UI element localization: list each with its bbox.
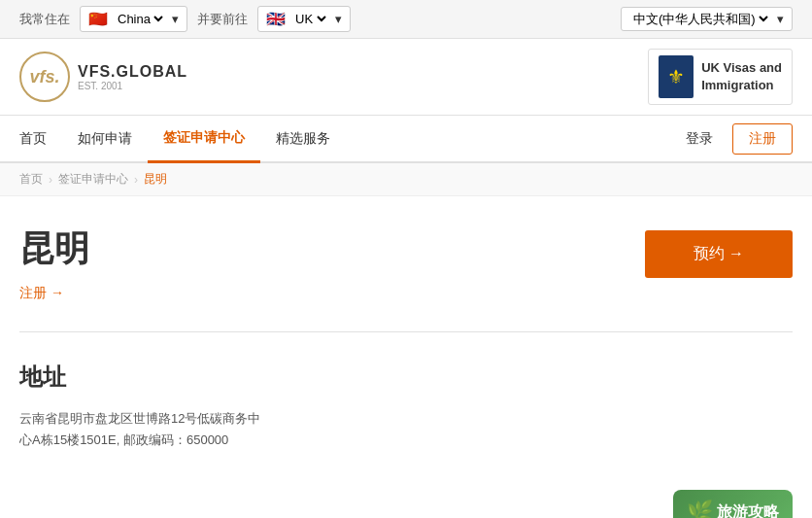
- address-section: 地址 云南省昆明市盘龙区世博路12号低碳商务中 心A栋15楼1501E, 邮政编…: [0, 352, 812, 480]
- country-from-select[interactable]: China: [114, 11, 166, 27]
- navigation: 首页 如何申请 签证申请中心 精选服务 登录 注册: [0, 116, 812, 163]
- logo-italic-text: vfs.: [29, 67, 59, 87]
- watermark-cn-text: 旅游攻略: [717, 502, 779, 518]
- logo-est: EST. 2001: [78, 81, 187, 91]
- content-left: 昆明 注册 →: [19, 225, 626, 302]
- city-title: 昆明: [19, 225, 626, 273]
- section-divider: [19, 331, 793, 332]
- logo-area[interactable]: vfs. VFS.GLOBAL EST. 2001: [19, 52, 187, 102]
- nav-item-featured-services[interactable]: 精选服务: [260, 117, 346, 161]
- breadcrumb-current-city: 昆明: [144, 171, 167, 188]
- chevron-down-icon: ▾: [172, 12, 179, 26]
- address-line1: 云南省昆明市盘龙区世博路12号低碳商务中: [19, 411, 260, 426]
- live-in-label: 我常住在: [19, 11, 70, 28]
- book-appointment-button[interactable]: 预约 →: [645, 230, 793, 278]
- flag-uk-icon: 🇬🇧: [266, 10, 286, 28]
- watermark: 🌿 旅游攻略 www.1681989.cn: [673, 490, 793, 518]
- top-bar-left: 我常住在 🇨🇳 China ▾ 并要前往 🇬🇧 UK ▾: [19, 6, 609, 32]
- nav-item-home[interactable]: 首页: [19, 117, 62, 161]
- logo-text-area: VFS.GLOBAL EST. 2001: [78, 63, 187, 91]
- nav-item-how-to-apply[interactable]: 如何申请: [62, 117, 148, 161]
- vfs-logo-circle: vfs.: [19, 52, 70, 102]
- register-link[interactable]: 注册 →: [19, 285, 64, 300]
- country-to-select[interactable]: UK: [291, 11, 329, 27]
- breadcrumb-separator-2: ›: [134, 173, 138, 187]
- header-right: ⚜ UK Visas and Immigration: [648, 49, 793, 105]
- breadcrumb: 首页 › 签证申请中心 › 昆明: [0, 163, 812, 196]
- main-content: 昆明 注册 → 预约 →: [0, 196, 812, 322]
- logo-name: VFS.GLOBAL: [78, 63, 187, 81]
- address-text: 云南省昆明市盘龙区世博路12号低碳商务中 心A栋15楼1501E, 邮政编码：6…: [19, 408, 793, 451]
- breadcrumb-separator-1: ›: [49, 173, 52, 187]
- breadcrumb-home[interactable]: 首页: [19, 171, 43, 188]
- uk-visa-text: UK Visas and Immigration: [701, 59, 782, 94]
- chevron-down-icon: ▾: [335, 12, 342, 26]
- nav-item-visa-center[interactable]: 签证申请中心: [148, 116, 260, 163]
- uk-visa-logo: ⚜ UK Visas and Immigration: [648, 49, 793, 105]
- watermark-top: 🌿 旅游攻略: [687, 500, 779, 518]
- travel-icon: 🌿: [687, 500, 713, 518]
- language-select[interactable]: 中文(中华人民共和国): [629, 11, 771, 27]
- content-right: 预约 →: [645, 225, 793, 278]
- top-bar: 我常住在 🇨🇳 China ▾ 并要前往 🇬🇧 UK ▾ 中文(中华人民共和国)…: [0, 0, 812, 39]
- going-to-label: 并要前往: [197, 11, 248, 28]
- country-from-selector[interactable]: 🇨🇳 China ▾: [80, 6, 187, 32]
- address-line2: 心A栋15楼1501E, 邮政编码：650000: [19, 432, 228, 447]
- uk-coat-of-arms-icon: ⚜: [659, 55, 694, 98]
- nav-right: 登录 注册: [676, 123, 793, 155]
- bottom-area: 🌿 旅游攻略 www.1681989.cn: [0, 480, 812, 518]
- login-button[interactable]: 登录: [676, 124, 723, 154]
- country-to-selector[interactable]: 🇬🇧 UK ▾: [257, 6, 351, 32]
- address-title: 地址: [19, 362, 793, 393]
- register-button[interactable]: 注册: [732, 123, 793, 155]
- breadcrumb-visa-center[interactable]: 签证申请中心: [58, 171, 128, 188]
- chevron-down-icon: ▾: [777, 12, 784, 26]
- flag-cn-icon: 🇨🇳: [88, 10, 108, 28]
- header: vfs. VFS.GLOBAL EST. 2001 ⚜ UK Visas and…: [0, 39, 812, 116]
- language-selector[interactable]: 中文(中华人民共和国) ▾: [621, 7, 793, 31]
